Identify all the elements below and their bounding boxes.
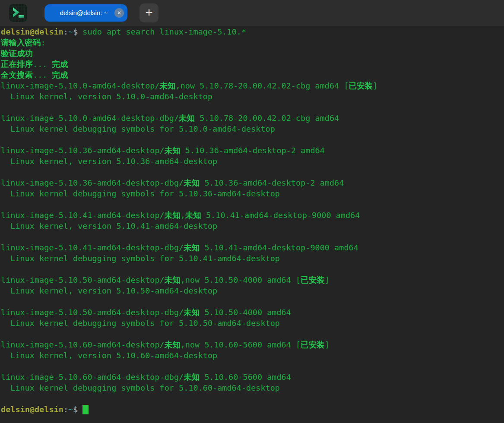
terminal-app-icon [9, 3, 28, 22]
terminal-line: Linux kernel debugging symbols for 5.10.… [1, 382, 504, 393]
terminal-line [1, 393, 504, 404]
terminal-line: linux-image-5.10.0-amd64-desktop/未知,now … [1, 80, 504, 91]
terminal-line: Linux kernel, version 5.10.36-amd64-desk… [1, 156, 504, 167]
terminal-line: Linux kernel, version 5.10.60-amd64-desk… [1, 350, 504, 361]
terminal-line: Linux kernel debugging symbols for 5.10.… [1, 318, 504, 328]
terminal-text: 5.10.36-amd64-desktop-2 amd64 [181, 146, 325, 155]
terminal-text: , [181, 211, 185, 220]
terminal-text: 验证成功 [1, 49, 33, 58]
terminal-line: delsin@delsin:~$ [1, 404, 504, 415]
terminal-line [1, 328, 504, 339]
terminal-line [1, 102, 504, 113]
terminal-text: Linux kernel debugging symbols for 5.10.… [1, 383, 280, 392]
tab-delsin[interactable]: delsin@delsin: ~ ✕ [44, 4, 127, 22]
terminal-text: 5.10.41-amd64-desktop-9000 amd64 [201, 211, 360, 220]
terminal-line: Linux kernel, version 5.10.50-amd64-desk… [1, 285, 504, 296]
terminal-text: 完成 [52, 70, 68, 79]
terminal-line: linux-image-5.10.41-amd64-desktop/未知,未知 … [1, 210, 504, 221]
terminal-text: ] [325, 275, 330, 284]
terminal-text: : [41, 38, 46, 47]
terminal-line: linux-image-5.10.41-amd64-desktop-dbg/未知… [1, 242, 504, 253]
terminal-text: ] [325, 340, 330, 349]
terminal-text: 未知 [184, 243, 200, 252]
terminal-text: ~ [68, 405, 73, 414]
terminal-text: linux-image-5.10.60-amd64-desktop-dbg/ [1, 372, 184, 382]
terminal-line: Linux kernel, version 5.10.41-amd64-desk… [1, 221, 504, 231]
terminal-text: delsin@delsin [1, 405, 63, 414]
terminal-text: Linux kernel, version 5.10.50-amd64-desk… [1, 286, 217, 295]
terminal-text: ... [33, 60, 52, 69]
terminal-line [1, 264, 504, 275]
plus-icon: + [145, 6, 153, 19]
terminal-text: 未知 [184, 308, 200, 317]
terminal-line: linux-image-5.10.36-amd64-desktop/未知 5.1… [1, 145, 504, 156]
terminal-line [1, 296, 504, 307]
terminal-text: 已安装 [301, 275, 325, 284]
terminal-window: delsin@delsin: ~ ✕ + delsin@delsin:~$ su… [0, 0, 504, 423]
terminal-icon [9, 3, 28, 22]
terminal-text: 未知 [185, 211, 201, 220]
terminal-text: 全文搜索 [1, 70, 33, 79]
terminal-text: Linux kernel debugging symbols for 5.10.… [1, 319, 280, 328]
terminal-text: 5.10.41-amd64-desktop-9000 amd64 [200, 243, 358, 252]
terminal-text: 未知 [184, 178, 200, 187]
terminal-text: 未知 [165, 211, 181, 220]
terminal-text: 已安装 [301, 340, 325, 349]
terminal-text: ... [33, 70, 52, 79]
terminal-line [1, 134, 504, 145]
terminal-text: Linux kernel debugging symbols for 5.10.… [1, 189, 280, 198]
terminal-text: Linux kernel, version 5.10.0-amd64-deskt… [1, 92, 212, 101]
tab-title: delsin@delsin: ~ [60, 4, 112, 22]
terminal-text: linux-image-5.10.36-amd64-desktop/ [1, 146, 165, 155]
terminal-text: 5.10.50-4000 amd64 [200, 308, 291, 317]
terminal-line: linux-image-5.10.0-amd64-desktop-dbg/未知 … [1, 113, 504, 123]
terminal-line: linux-image-5.10.60-amd64-desktop/未知,now… [1, 339, 504, 350]
terminal-text: linux-image-5.10.50-amd64-desktop-dbg/ [1, 308, 184, 317]
terminal-text: ~ [68, 27, 73, 36]
terminal-text: 已安装 [349, 81, 373, 90]
terminal-text: 5.10.36-amd64-desktop-2 amd64 [200, 178, 344, 187]
terminal-line: linux-image-5.10.36-amd64-desktop-dbg/未知… [1, 177, 504, 188]
terminal-text: delsin@delsin [1, 27, 63, 36]
terminal-line: 正在排序... 完成 [1, 59, 504, 69]
terminal-line: Linux kernel debugging symbols for 5.10.… [1, 123, 504, 134]
terminal-text: linux-image-5.10.0-amd64-desktop-dbg/ [1, 114, 179, 123]
terminal-line: Linux kernel debugging symbols for 5.10.… [1, 188, 504, 199]
terminal-line: 全文搜索... 完成 [1, 69, 504, 80]
terminal-text: Linux kernel debugging symbols for 5.10.… [1, 254, 280, 263]
terminal-text: linux-image-5.10.60-amd64-desktop/ [1, 340, 165, 349]
terminal-text: linux-image-5.10.41-amd64-desktop-dbg/ [1, 243, 184, 252]
terminal-line: linux-image-5.10.50-amd64-desktop-dbg/未知… [1, 307, 504, 318]
terminal-text: 未知 [165, 275, 181, 284]
terminal-text: linux-image-5.10.36-amd64-desktop-dbg/ [1, 178, 184, 187]
terminal-text: Linux kernel, version 5.10.60-amd64-desk… [1, 351, 217, 360]
terminal-output[interactable]: delsin@delsin:~$ sudo apt search linux-i… [0, 26, 504, 423]
terminal-line: linux-image-5.10.60-amd64-desktop-dbg/未知… [1, 372, 504, 382]
terminal-text: 5.10.78-20.00.42.02-cbg amd64 [195, 114, 339, 123]
terminal-line: Linux kernel, version 5.10.0-amd64-deskt… [1, 91, 504, 102]
terminal-text: ,now 5.10.78-20.00.42.02-cbg amd64 [ [176, 81, 349, 90]
terminal-text: Linux kernel, version 5.10.41-amd64-desk… [1, 221, 217, 230]
terminal-text: 未知 [179, 114, 195, 123]
terminal-line: 验证成功 [1, 48, 504, 59]
terminal-text: linux-image-5.10.41-amd64-desktop/ [1, 211, 165, 220]
terminal-text: : [63, 27, 68, 36]
terminal-text: Linux kernel, version 5.10.36-amd64-desk… [1, 157, 217, 166]
terminal-line [1, 361, 504, 372]
terminal-text: 未知 [160, 81, 176, 90]
terminal-text: 未知 [184, 372, 200, 382]
new-tab-button[interactable]: + [139, 3, 158, 22]
terminal-text: Linux kernel debugging symbols for 5.10.… [1, 124, 275, 133]
cursor [82, 405, 89, 414]
terminal-text: linux-image-5.10.50-amd64-desktop/ [1, 275, 165, 284]
terminal-text: $ [73, 405, 82, 414]
tab-bar: delsin@delsin: ~ ✕ + [0, 0, 504, 26]
terminal-text: ,now 5.10.60-5600 amd64 [ [181, 340, 301, 349]
terminal-text: 正在排序 [1, 60, 33, 69]
terminal-line [1, 199, 504, 210]
terminal-text: 未知 [165, 146, 181, 155]
terminal-text: 请输入密码 [1, 38, 41, 47]
tab-close-icon[interactable]: ✕ [114, 8, 124, 18]
terminal-line: 请输入密码: [1, 37, 504, 48]
terminal-text: sudo apt search linux-image-5.10.* [82, 27, 246, 36]
